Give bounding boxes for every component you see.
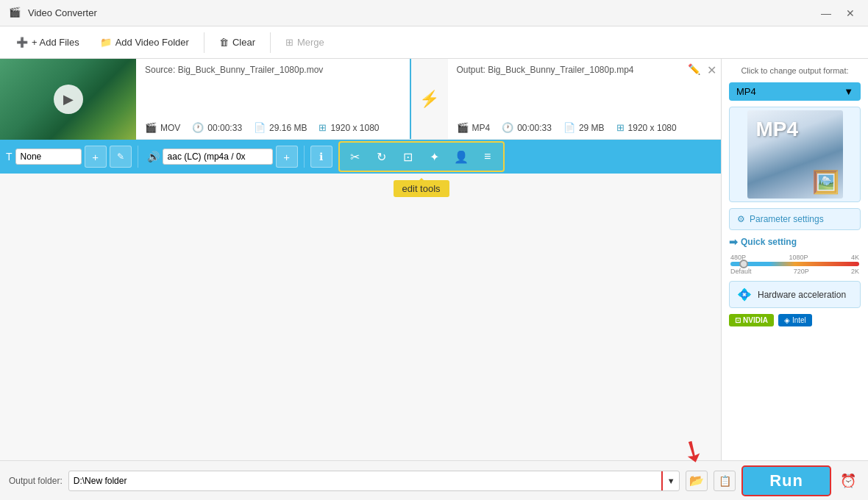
main-toolbar: ➕ + Add Files 📁 Add Video Folder 🗑 Clear…: [0, 26, 868, 59]
add-subtitle-button[interactable]: +: [85, 146, 107, 168]
crop-tool-button[interactable]: ⊡: [396, 144, 421, 169]
run-button[interactable]: Run: [741, 465, 831, 496]
quick-setting-label: ➡ Quick setting: [729, 236, 861, 248]
slider-top-labels: 480P 1080P 4K: [730, 254, 859, 261]
output-format-icon: 🎬: [457, 122, 469, 133]
hardware-acceleration-button[interactable]: 💠 Hardware acceleration: [729, 281, 861, 308]
merge-button[interactable]: ⊞ Merge: [277, 32, 333, 52]
effects-tool-button[interactable]: ✦: [422, 144, 447, 169]
output-duration: 00:00:33: [517, 123, 552, 133]
browse-folder-button[interactable]: 📂: [686, 471, 708, 491]
minimize-button[interactable]: —: [817, 6, 836, 21]
right-panel: Click to change output format: MP4 ▼ MP4…: [721, 59, 868, 460]
info-button[interactable]: ℹ: [310, 146, 332, 168]
format-icon: 🎬: [145, 122, 157, 133]
close-button[interactable]: ✕: [842, 6, 859, 21]
nvidia-badge: ⊡ NVIDIA: [729, 314, 774, 326]
clock-icon: 🕐: [192, 122, 204, 133]
rotate-tool-button[interactable]: ↻: [369, 144, 394, 169]
output-format-item: 🎬 MP4: [457, 122, 491, 133]
output-path-field: ▼: [68, 471, 680, 491]
format-hint: Click to change output format:: [729, 66, 861, 75]
quick-setting-icon: ➡: [729, 236, 738, 248]
app-icon: 🎬: [9, 7, 22, 20]
format-selector[interactable]: MP4 ▼: [729, 82, 861, 101]
quality-slider-container: 480P 1080P 4K Default 720P 2K: [729, 254, 861, 275]
video-thumbnail[interactable]: ▶: [0, 59, 136, 140]
file-icon: 📄: [254, 122, 266, 133]
edit-toolbar: T None + ✎ 🔊 aac (LC) (mp4a / 0x +: [0, 140, 721, 174]
trash-icon: 🗑: [219, 37, 229, 48]
nvidia-icon: ⊡: [735, 316, 741, 324]
output-resolution-item: ⊞ 1920 x 1080: [616, 122, 677, 133]
folder-icon: 📁: [100, 37, 112, 48]
output-resolution: 1920 x 1080: [628, 123, 677, 133]
alarm-button[interactable]: ⏰: [837, 470, 859, 492]
output-path-input[interactable]: [69, 476, 662, 486]
source-resolution-item: ⊞ 1920 x 1080: [319, 122, 379, 133]
add-files-button[interactable]: ➕ + Add Files: [7, 32, 88, 52]
toolbar-divider-2: [270, 32, 271, 53]
title-bar: 🎬 Video Converter — ✕: [0, 0, 868, 26]
output-size-item: 📄 29 MB: [563, 122, 605, 133]
window-controls: — ✕: [817, 6, 859, 21]
subtitle-select[interactable]: None: [15, 149, 82, 165]
save-format-button[interactable]: 📋: [714, 471, 736, 491]
plus-icon: ➕: [16, 37, 28, 48]
add-folder-button[interactable]: 📁 Add Video Folder: [91, 32, 198, 52]
source-filename: Source: Big_Buck_Bunny_Trailer_1080p.mov: [145, 65, 401, 75]
close-file-button[interactable]: ✕: [707, 63, 716, 77]
slider-bottom-labels: Default 720P 2K: [730, 268, 859, 275]
file-list-area: ▶ Source: Big_Buck_Bunny_Trailer_1080p.m…: [0, 59, 721, 460]
output-dropdown-button[interactable]: ▼: [661, 471, 679, 490]
preview-decor: 🖼️: [812, 169, 839, 195]
convert-arrow-area: ⚡: [411, 59, 448, 139]
output-meta: 🎬 MP4 🕐 00:00:33 📄 29 MB ⊞ 1920 x 1080: [457, 122, 713, 133]
add-audio-button[interactable]: +: [276, 146, 298, 168]
toolbar-divider: [204, 32, 204, 53]
source-format: MOV: [160, 123, 180, 133]
mp4-label: MP4: [756, 118, 799, 141]
source-meta: 🎬 MOV 🕐 00:00:33 📄 29.16 MB ⊞ 1920 x 108…: [145, 122, 401, 133]
source-format-item: 🎬 MOV: [145, 122, 180, 133]
format-dropdown-arrow: ▼: [844, 86, 853, 97]
source-info: Source: Big_Buck_Bunny_Trailer_1080p.mov…: [136, 59, 411, 139]
output-res-icon: ⊞: [616, 122, 625, 133]
subtitle-tool-button[interactable]: ≡: [475, 144, 500, 169]
output-file-icon: 📄: [563, 122, 575, 133]
clear-button[interactable]: 🗑 Clear: [210, 32, 264, 52]
watermark-tool-button[interactable]: 👤: [449, 144, 474, 169]
intel-icon: ◈: [784, 316, 790, 324]
source-size: 29.16 MB: [269, 123, 307, 133]
quality-slider-track[interactable]: [730, 262, 859, 266]
intel-badge: ◈ Intel: [778, 314, 812, 326]
subtitle-section: T None + ✎: [6, 146, 138, 168]
output-filename: Output: Big_Buck_Bunny_Trailer_1080p.mp4: [457, 65, 713, 75]
bottom-bar: Output folder: ▼ 📂 📋 Run ⏰: [0, 460, 868, 500]
output-duration-item: 🕐 00:00:33: [502, 122, 552, 133]
edit-output-button[interactable]: ✏️: [688, 63, 700, 75]
cut-tool-button[interactable]: ✂: [343, 144, 368, 169]
output-size: 29 MB: [579, 123, 605, 133]
edit-tools-container: ✂ ↻ ⊡ ✦ 👤 ≡ edit tools: [338, 141, 505, 172]
source-duration: 00:00:33: [207, 123, 242, 133]
output-info: ✕ Output: Big_Buck_Bunny_Trailer_1080p.m…: [448, 59, 722, 139]
audio-select[interactable]: aac (LC) (mp4a / 0x: [163, 149, 273, 165]
file-item-row: ▶ Source: Big_Buck_Bunny_Trailer_1080p.m…: [0, 59, 721, 140]
text-icon: T: [6, 151, 13, 162]
settings-icon: ⚙: [737, 214, 745, 224]
quality-slider-thumb[interactable]: [739, 260, 748, 268]
audio-icon: 🔊: [147, 151, 160, 162]
main-area: ▶ Source: Big_Buck_Bunny_Trailer_1080p.m…: [0, 59, 868, 460]
format-preview: MP4 🖼️: [729, 107, 861, 202]
output-folder-label: Output folder:: [9, 476, 63, 486]
source-resolution: 1920 x 1080: [330, 123, 379, 133]
edit-subtitle-button[interactable]: ✎: [110, 146, 132, 168]
output-format: MP4: [472, 123, 491, 133]
output-clock-icon: 🕐: [502, 122, 513, 133]
app-title: Video Converter: [28, 7, 817, 18]
play-button[interactable]: ▶: [54, 85, 83, 114]
parameter-settings-button[interactable]: ⚙ Parameter settings: [729, 208, 861, 230]
mp4-preview-box: MP4 🖼️: [747, 110, 843, 199]
merge-icon: ⊞: [285, 37, 294, 48]
